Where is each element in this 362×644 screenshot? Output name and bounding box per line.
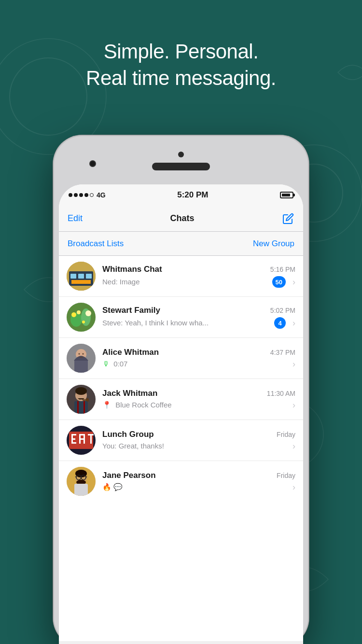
chat-item-alice[interactable]: Alice Whitman 4:37 PM 🎙 0:07 › — [59, 338, 303, 379]
chat-item-lunch[interactable]: Lunch Group Friday You: Great, thanks! › — [59, 420, 303, 461]
chat-preview-row-alice: 🎙 0:07 › — [102, 359, 295, 369]
chat-item-whitmans[interactable]: Whitmans Chat 5:16 PM Ned: Image 50 — [59, 256, 303, 297]
network-type: 4G — [97, 191, 106, 199]
chat-content-lunch: Lunch Group Friday You: Great, thanks! › — [102, 430, 295, 451]
chat-preview-lunch: You: Great, thanks! — [102, 442, 164, 450]
chat-preview-text-stewart: Steve: Yeah, I think I know wha... — [102, 319, 270, 327]
chevron-whitmans: › — [292, 277, 295, 287]
svg-point-18 — [77, 310, 81, 314]
chat-top-whitmans: Whitmans Chat 5:16 PM — [102, 265, 295, 274]
signal-dot-1 — [69, 193, 72, 197]
avatar-jack — [67, 385, 96, 414]
action-bar: Broadcast Lists New Group — [59, 232, 303, 256]
battery-area — [280, 192, 293, 198]
chat-right-alice: › — [289, 359, 295, 369]
signal-bars — [69, 193, 94, 197]
svg-rect-38 — [71, 438, 75, 440]
svg-point-24 — [79, 353, 80, 355]
chat-top-lunch: Lunch Group Friday — [102, 430, 295, 439]
phone-screen: 4G 5:20 PM Edit Chats — [59, 184, 303, 644]
chevron-stewart: › — [292, 318, 295, 328]
chat-top-jane: Jane Pearson Friday — [102, 471, 295, 480]
battery-icon — [280, 192, 293, 198]
avatar-stewart — [67, 303, 96, 332]
status-time: 5:20 PM — [177, 190, 208, 200]
new-group-button[interactable]: New Group — [253, 239, 294, 249]
chat-content-jack: Jack Whitman 11:30 AM 📍 Blue Rock Coffee… — [102, 389, 295, 410]
chat-preview-text-whitmans: Ned: Image — [102, 278, 268, 286]
chat-right-jane: › — [289, 482, 295, 492]
chat-preview-whitmans: Ned: Image — [102, 278, 140, 286]
chat-preview-row-whitmans: Ned: Image 50 › — [102, 276, 295, 288]
svg-point-19 — [85, 310, 91, 316]
chat-time-jane: Friday — [277, 472, 295, 479]
chat-right-lunch: › — [289, 441, 295, 451]
chat-time-whitmans: 5:16 PM — [270, 266, 295, 273]
svg-rect-43 — [79, 438, 85, 440]
broadcast-lists-button[interactable]: Broadcast Lists — [68, 239, 124, 249]
svg-rect-32 — [77, 401, 79, 414]
chat-name-jack: Jack Whitman — [102, 389, 157, 398]
edit-button[interactable]: Edit — [68, 213, 83, 224]
chat-name-jane: Jane Pearson — [102, 471, 156, 480]
chat-right-whitmans: 50 › — [268, 276, 295, 288]
svg-rect-45 — [90, 434, 92, 444]
sender-stewart: Steve: — [102, 319, 125, 327]
speaker — [152, 163, 210, 170]
svg-point-20 — [82, 321, 85, 323]
chat-name-alice: Alice Whitman — [102, 348, 159, 357]
avatar-lunch — [67, 426, 96, 455]
chat-time-alice: 4:37 PM — [270, 349, 295, 356]
sender-whitmans: Ned: — [102, 278, 120, 286]
chat-right-jack: › — [289, 400, 295, 410]
chat-content-jane: Jane Pearson Friday 🔥 💬 › — [102, 471, 295, 492]
chat-item-stewart[interactable]: Stewart Family 5:02 PM Steve: Yeah, I th… — [59, 297, 303, 338]
chat-preview-row-lunch: You: Great, thanks! › — [102, 441, 295, 451]
chat-preview-text-jack: 📍 Blue Rock Coffee — [102, 401, 289, 409]
badge-stewart: 4 — [274, 317, 286, 329]
svg-rect-42 — [79, 434, 85, 435]
svg-point-17 — [71, 312, 76, 317]
compose-button[interactable] — [282, 212, 294, 225]
svg-rect-13 — [71, 280, 91, 284]
screen-content: 4G 5:20 PM Edit Chats — [59, 184, 303, 641]
svg-rect-12 — [86, 274, 92, 279]
avatar-jane — [67, 467, 96, 496]
chat-preview-row-stewart: Steve: Yeah, I think I know wha... 4 › — [102, 317, 295, 329]
tagline-line2: Real time messaging. — [0, 65, 362, 92]
chevron-alice: › — [292, 359, 295, 369]
chat-preview-jane: 🔥 💬 — [102, 483, 123, 491]
chats-title: Chats — [170, 213, 195, 224]
chevron-lunch: › — [292, 441, 295, 451]
chat-content-stewart: Stewart Family 5:02 PM Steve: Yeah, I th… — [102, 306, 295, 329]
chat-preview-stewart: Steve: Yeah, I think I know wha... — [102, 319, 209, 327]
location-icon-jack: 📍 — [102, 401, 111, 409]
svg-point-25 — [83, 353, 84, 355]
chat-time-lunch: Friday — [277, 431, 295, 438]
status-bar: 4G 5:20 PM — [59, 184, 303, 206]
chat-preview-text-lunch: You: Great, thanks! — [102, 442, 289, 450]
chat-preview-row-jack: 📍 Blue Rock Coffee › — [102, 400, 295, 410]
svg-rect-10 — [70, 274, 76, 279]
signal-dot-2 — [74, 193, 78, 197]
svg-rect-31 — [74, 401, 88, 414]
chat-top-jack: Jack Whitman 11:30 AM — [102, 389, 295, 398]
chat-item-jane[interactable]: Jane Pearson Friday 🔥 💬 › — [59, 461, 303, 502]
signal-dot-4 — [84, 193, 88, 197]
signal-area: 4G — [69, 191, 106, 199]
signal-dot-5 — [90, 193, 94, 197]
chat-content-whitmans: Whitmans Chat 5:16 PM Ned: Image 50 — [102, 265, 295, 288]
chat-time-stewart: 5:02 PM — [270, 307, 295, 314]
avatar-alice — [67, 344, 96, 373]
chat-preview-jack: 📍 Blue Rock Coffee — [102, 401, 172, 409]
svg-rect-11 — [78, 274, 84, 279]
chat-time-jack: 11:30 AM — [267, 390, 295, 397]
tagline-line1: Simple. Personal. — [0, 39, 362, 65]
front-camera — [89, 160, 96, 167]
nav-bar: Edit Chats — [59, 206, 303, 232]
chat-top-alice: Alice Whitman 4:37 PM — [102, 348, 295, 357]
chat-top-stewart: Stewart Family 5:02 PM — [102, 306, 295, 315]
sender-lunch: You: — [102, 442, 119, 450]
chat-list: Whitmans Chat 5:16 PM Ned: Image 50 — [59, 256, 303, 641]
chat-item-jack[interactable]: Jack Whitman 11:30 AM 📍 Blue Rock Coffee… — [59, 379, 303, 420]
